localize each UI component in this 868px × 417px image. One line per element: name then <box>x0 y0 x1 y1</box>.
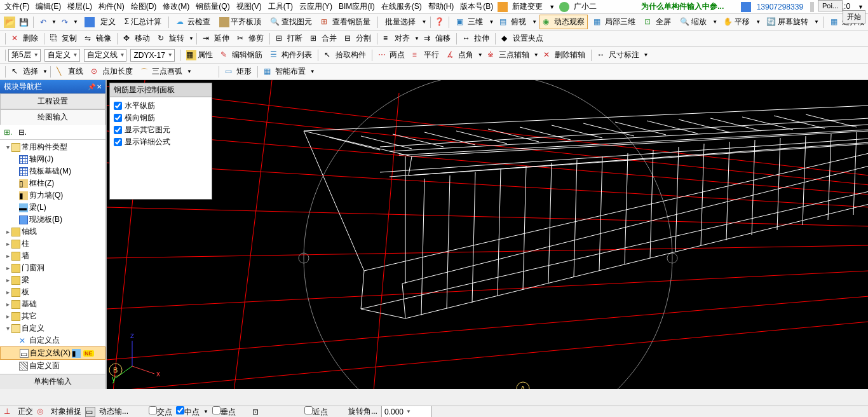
tab-project-settings[interactable]: 工程设置 <box>0 93 105 109</box>
help-icon[interactable]: ❓ <box>435 17 445 27</box>
tree-shear-wall[interactable]: ▮剪力墙(Q) <box>0 189 105 202</box>
add-length-btn[interactable]: ⊙点加长度 <box>88 64 136 79</box>
screen-rotate-btn[interactable]: 🔄屏幕旋转 <box>763 15 811 29</box>
tree-beam-group[interactable]: ▸梁 <box>0 274 105 286</box>
tree-axis-group[interactable]: ▸轴线 <box>0 226 105 238</box>
open-icon[interactable]: 📂 <box>4 17 15 28</box>
break-btn[interactable]: ⊟打断 <box>273 31 306 46</box>
tree-custom-face[interactable]: 自定义面 <box>0 360 105 372</box>
chk-show-detail[interactable]: 显示详细公式 <box>114 136 208 148</box>
new-change-btn[interactable]: 新建变更 <box>510 1 545 13</box>
tree-frame-col[interactable]: ▯框柱(Z) <box>0 177 105 189</box>
snap-mid[interactable]: 中点 <box>176 406 200 418</box>
component-dropdown[interactable]: ZDYX-17▼ <box>130 49 174 62</box>
fullscreen-btn[interactable]: ⊡全屏 <box>641 15 674 29</box>
tree-column-group[interactable]: ▸柱 <box>0 238 105 250</box>
local-3d-btn[interactable]: ▦局部三维 <box>590 15 639 29</box>
delete-aux-btn[interactable]: ✕删除辅轴 <box>540 48 588 62</box>
mirror-btn[interactable]: ⇋镜像 <box>81 31 114 46</box>
copy-btn[interactable]: ⿻复制 <box>47 31 80 46</box>
osnap-icon[interactable]: ◎ <box>37 407 47 417</box>
arc3-btn[interactable]: ⌒三点画弧 <box>137 64 186 79</box>
chk-show-other[interactable]: 显示其它图元 <box>114 124 208 136</box>
tree-axis-net[interactable]: 轴网(J) <box>0 153 105 165</box>
dyn-icon[interactable]: ▭ <box>85 407 95 417</box>
split-btn[interactable]: ⊟分割 <box>341 31 374 46</box>
expand-all-icon[interactable]: ⊞. <box>4 128 12 137</box>
trim-btn[interactable]: ✂修剪 <box>234 31 267 46</box>
menu-bim[interactable]: BIM应用(I) <box>337 1 377 13</box>
menu-file[interactable]: 文件(F) <box>3 1 31 13</box>
two-point-btn[interactable]: ⋯两点 <box>375 48 408 62</box>
undo-icon[interactable]: ↶ <box>37 17 49 28</box>
offset-btn[interactable]: ⇉偏移 <box>421 31 454 46</box>
menu-view[interactable]: 视图(V) <box>234 1 264 13</box>
rotate-btn[interactable]: ↻旋转 <box>154 31 187 46</box>
close-panel-icon[interactable]: ✕ <box>97 83 102 90</box>
component-list-btn[interactable]: ☰构件列表 <box>267 48 315 62</box>
edit-rebar-btn[interactable]: ✎编辑钢筋 <box>217 48 266 62</box>
batch-select-btn[interactable]: 批量选择 <box>382 15 419 29</box>
point-angle-btn[interactable]: ∡点角 <box>444 48 477 62</box>
category-dropdown[interactable]: 自定义▼ <box>44 49 80 62</box>
start-btn[interactable]: 开始 <box>843 10 865 24</box>
menu-floor[interactable]: 楼层(L) <box>65 1 94 13</box>
3d-canvas[interactable]: z x y A B <box>107 80 868 389</box>
delete-btn[interactable]: ✕删除 <box>8 31 41 46</box>
hint-text[interactable]: 为什么单构件输入中参... <box>639 1 726 13</box>
menu-online[interactable]: 在线服务(S) <box>379 1 424 13</box>
menu-component[interactable]: 构件(N) <box>97 1 126 13</box>
tree-beam-l[interactable]: ▬梁(L) <box>0 202 105 214</box>
tree-custom-line[interactable]: ▭自定义线(X)▮NE <box>0 346 105 360</box>
find-elem-btn[interactable]: 🔍查找图元 <box>267 15 315 29</box>
chk-transverse-rebar[interactable]: 横向钢筋 <box>114 112 208 124</box>
floor-dropdown[interactable]: 第5层▼ <box>8 49 41 62</box>
redo-icon[interactable]: ↷ <box>59 17 71 28</box>
snap-cross[interactable]: 交点 <box>149 406 172 418</box>
menu-draw[interactable]: 绘图(D) <box>129 1 159 13</box>
ortho-icon[interactable]: ⊥ <box>4 407 14 417</box>
tree-other-group[interactable]: ▸其它 <box>0 310 105 322</box>
pick-component-btn[interactable]: ↖拾取构件 <box>321 48 369 62</box>
check-rebar-btn[interactable]: ⊞查看钢筋量 <box>318 15 374 29</box>
snap-near[interactable]: 近点 <box>304 406 328 418</box>
tree-foundation-group[interactable]: ▸基础 <box>0 298 105 310</box>
set-grip-btn[interactable]: ◆设置夹点 <box>498 31 546 46</box>
tab-draw-input[interactable]: 绘图输入 <box>0 109 105 125</box>
chk-horizontal-rebar[interactable]: 水平纵筋 <box>114 100 208 112</box>
tree-slab-group[interactable]: ▸板 <box>0 286 105 298</box>
line-btn[interactable]: ╲直线 <box>53 64 86 79</box>
menu-help[interactable]: 帮助(H) <box>426 1 456 13</box>
zoom-btn[interactable]: 🔍缩放 <box>677 15 710 29</box>
tree-custom-point[interactable]: ✕自定义点 <box>0 334 105 346</box>
menu-modify[interactable]: 修改(M) <box>161 1 191 13</box>
tree-wall-group[interactable]: ▸墙 <box>0 250 105 262</box>
align-btn[interactable]: ≡对齐 <box>380 31 413 46</box>
rot-angle-input[interactable]: 0.000▼ <box>381 406 432 417</box>
extend-btn[interactable]: ⇥延伸 <box>200 31 233 46</box>
collapse-all-icon[interactable]: ⊟. <box>18 128 27 137</box>
subcat-dropdown[interactable]: 自定义线▼ <box>84 49 127 62</box>
parallel-btn[interactable]: ≡平行 <box>409 48 442 62</box>
top-view-btn[interactable]: ▤俯视 <box>496 15 529 29</box>
dimension-btn[interactable]: ↔尺寸标注 <box>594 48 642 62</box>
tree-custom-group[interactable]: ▾自定义 <box>0 322 105 334</box>
ortho-label[interactable]: 正交 <box>18 406 33 417</box>
define-btn[interactable]: 定义 <box>97 15 119 29</box>
move-btn[interactable]: ✥移动 <box>120 31 153 46</box>
attribute-btn[interactable]: ▦属性 <box>183 48 216 62</box>
user-small[interactable]: 广小二 <box>572 1 599 13</box>
menu-cloud[interactable]: 云应用(Y) <box>297 1 334 13</box>
pin-icon[interactable]: 📌 <box>88 83 95 90</box>
menu-version[interactable]: 版本号(B) <box>458 1 495 13</box>
snap-perp[interactable]: 垂点 <box>212 406 236 418</box>
rect-btn[interactable]: ▭矩形 <box>222 64 255 79</box>
select-btn[interactable]: ↖选择 <box>8 64 41 79</box>
tree-cast-slab[interactable]: 现浇板(B) <box>0 214 105 226</box>
osnap-label[interactable]: 对象捕捉 <box>51 406 81 417</box>
dyn-input-label[interactable]: 动态输... <box>99 406 128 417</box>
smart-layout-btn[interactable]: ▦智能布置 <box>261 64 309 79</box>
menu-rebar[interactable]: 钢筋量(Q) <box>194 1 231 13</box>
tree-opening-group[interactable]: ▸门窗洞 <box>0 262 105 274</box>
stretch-btn[interactable]: ↔拉伸 <box>459 31 492 46</box>
